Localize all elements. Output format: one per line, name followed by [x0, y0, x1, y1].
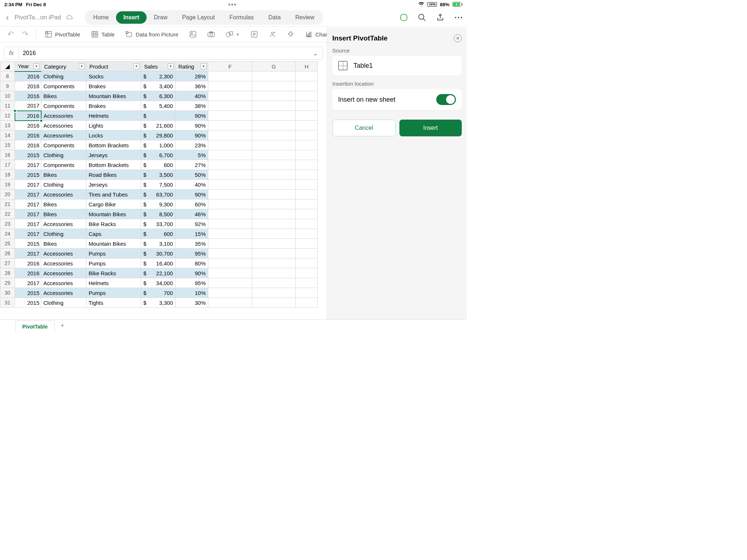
cell-rating[interactable]: 90%: [175, 190, 208, 199]
addins-button[interactable]: [283, 29, 299, 39]
camera-button[interactable]: [203, 29, 219, 39]
cell-empty[interactable]: [252, 298, 296, 308]
cell-category[interactable]: Bikes: [41, 199, 86, 209]
cell-rating[interactable]: 35%: [175, 239, 208, 249]
share-icon[interactable]: [436, 13, 444, 22]
cell-empty[interactable]: [208, 81, 252, 91]
cell-product[interactable]: Brakes: [86, 81, 141, 91]
cell-empty[interactable]: [252, 199, 296, 209]
cell-category[interactable]: Accessories: [41, 219, 86, 229]
cloud-sync-icon[interactable]: [66, 14, 73, 21]
tab-insert[interactable]: Insert: [116, 11, 147, 24]
cell-rating[interactable]: 28%: [175, 71, 208, 81]
cell-empty[interactable]: [252, 268, 296, 278]
textbox-button[interactable]: [246, 29, 262, 39]
cell-empty[interactable]: [296, 298, 318, 308]
tab-formulas[interactable]: Formulas: [222, 11, 261, 24]
cell-empty[interactable]: [296, 101, 318, 111]
cell-empty[interactable]: [296, 288, 318, 298]
cell-category[interactable]: Accessories: [41, 258, 86, 268]
table-row[interactable]: 272016AccessoriesPumps$16,40080%: [0, 258, 318, 268]
cell-sales[interactable]: $33,700: [141, 219, 175, 229]
people-graph-button[interactable]: [264, 29, 280, 39]
cell-product[interactable]: Tires and Tubes: [86, 190, 141, 199]
cell-product[interactable]: Mountain Bikes: [86, 239, 141, 249]
cancel-button[interactable]: Cancel: [332, 120, 396, 136]
undo-icon[interactable]: ↶: [4, 30, 17, 39]
row-header[interactable]: 24: [0, 229, 15, 239]
cell-empty[interactable]: [252, 81, 296, 91]
data-from-picture-button[interactable]: Data from Picture: [121, 29, 183, 39]
cell-sales[interactable]: $1,000: [141, 140, 175, 150]
cell-sales[interactable]: $7,500: [141, 180, 175, 190]
cell-empty[interactable]: [208, 229, 252, 239]
table-row[interactable]: 92016ComponentsBrakes$3,40036%: [0, 81, 318, 91]
row-header[interactable]: 8: [0, 71, 15, 81]
column-header-rating[interactable]: Rating▼: [175, 62, 208, 71]
cell-category[interactable]: Clothing: [41, 180, 86, 190]
cell-rating[interactable]: 5%: [175, 150, 208, 160]
filter-icon[interactable]: ▼: [168, 63, 174, 69]
cell-empty[interactable]: [252, 209, 296, 219]
cell-empty[interactable]: [252, 249, 296, 258]
filter-icon[interactable]: ▼: [133, 63, 139, 69]
cell-sales[interactable]: $700: [141, 288, 175, 298]
cell-product[interactable]: Helmets: [86, 111, 141, 121]
cell-empty[interactable]: [252, 111, 296, 121]
cell-empty[interactable]: [296, 209, 318, 219]
redo-icon[interactable]: ↷: [19, 30, 31, 39]
cell-empty[interactable]: [208, 101, 252, 111]
row-header[interactable]: 16: [0, 150, 15, 160]
cell-sales[interactable]: $3,300: [141, 298, 175, 308]
table-row[interactable]: 282016AccessoriesBike Racks$22,10090%: [0, 268, 318, 278]
cell-empty[interactable]: [252, 180, 296, 190]
source-selector[interactable]: Table1: [332, 56, 462, 75]
cell-sales[interactable]: $5,400: [141, 101, 175, 111]
row-header[interactable]: 11: [0, 101, 15, 111]
cell-year[interactable]: 2015: [15, 298, 41, 308]
cell-empty[interactable]: [208, 190, 252, 199]
cell-sales[interactable]: $6,700: [141, 150, 175, 160]
cell-empty[interactable]: [252, 121, 296, 131]
document-title[interactable]: PivotTa...on iPad: [15, 14, 61, 21]
cell-empty[interactable]: [296, 190, 318, 199]
cell-empty[interactable]: [208, 258, 252, 268]
cell-empty[interactable]: [296, 278, 318, 288]
column-header-sales[interactable]: Sales▼: [141, 62, 175, 71]
cell-rating[interactable]: 60%: [175, 199, 208, 209]
cell-category[interactable]: Accessories: [41, 288, 86, 298]
cell-empty[interactable]: [296, 249, 318, 258]
row-header[interactable]: 25: [0, 239, 15, 249]
cell-year[interactable]: 2017: [15, 278, 41, 288]
cell-rating[interactable]: 30%: [175, 298, 208, 308]
cell-year[interactable]: 2017: [15, 190, 41, 199]
cell-year[interactable]: 2016: [15, 121, 41, 131]
cell-sales[interactable]: $6,300: [141, 91, 175, 101]
sheet-tab-pivottable[interactable]: PivotTable: [15, 320, 55, 332]
cell-empty[interactable]: [208, 160, 252, 170]
cell-product[interactable]: Tights: [86, 298, 141, 308]
table-row[interactable]: 302015AccessoriesPumps$70010%: [0, 288, 318, 298]
cell-sales[interactable]: $600: [141, 160, 175, 170]
cell-year[interactable]: 2015: [15, 150, 41, 160]
table-row[interactable]: 262017AccessoriesPumps$30,70095%: [0, 249, 318, 258]
cell-sales[interactable]: $34,000: [141, 278, 175, 288]
cell-empty[interactable]: [296, 160, 318, 170]
shapes-button[interactable]: ▼: [221, 29, 244, 39]
cell-sales[interactable]: $63,700: [141, 190, 175, 199]
cell-product[interactable]: Pumps: [86, 258, 141, 268]
cell-empty[interactable]: [296, 229, 318, 239]
cell-empty[interactable]: [208, 298, 252, 308]
cell-empty[interactable]: [208, 249, 252, 258]
table-row[interactable]: 222017BikesMountain Bikes$8,50046%: [0, 209, 318, 219]
row-header[interactable]: 27: [0, 258, 15, 268]
cell-category[interactable]: Bikes: [41, 170, 86, 180]
row-header[interactable]: 29: [0, 278, 15, 288]
cell-rating[interactable]: 10%: [175, 288, 208, 298]
cell-category[interactable]: Accessories: [41, 190, 86, 199]
cell-sales[interactable]: $600: [141, 229, 175, 239]
cell-year[interactable]: 2016: [15, 268, 41, 278]
cell-rating[interactable]: 15%: [175, 229, 208, 239]
cell-category[interactable]: Accessories: [41, 131, 86, 140]
cell-empty[interactable]: [208, 150, 252, 160]
